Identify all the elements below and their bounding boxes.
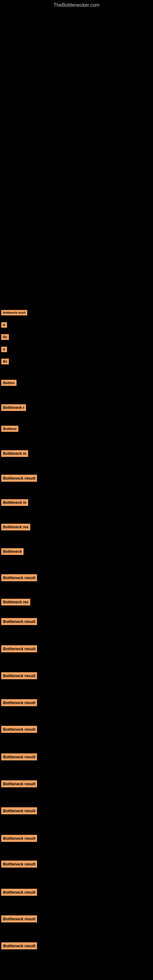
bottleneck-item: Bottleneck result (1, 618, 37, 625)
bottleneck-label: Bottleneck result (1, 645, 37, 652)
bottleneck-item: Bottleneck result (1, 780, 37, 788)
bottleneck-label: Bottleneck result (1, 699, 37, 706)
bottleneck-label: Bottlene (1, 426, 18, 432)
bottleneck-item: B (1, 321, 7, 328)
bottleneck-item: Bottleneck result (1, 574, 37, 581)
bottleneck-item: Bottleneck result (1, 807, 37, 814)
bottleneck-item: Bottleneck result (1, 835, 37, 842)
bottleneck-item: Bottleneck result (1, 645, 37, 652)
bottleneck-label: Bottleneck re (1, 450, 28, 457)
bottleneck-item: Bottleneck result (1, 699, 37, 706)
bottleneck-label: Bottleneck result (1, 672, 37, 679)
bottleneck-label: Bottlen (1, 380, 16, 386)
bottleneck-item: Bottleneck r (1, 404, 26, 411)
bottleneck-label: Bottleneck result (1, 475, 37, 482)
bottleneck-item: Bottleneck re (1, 499, 28, 506)
bottleneck-label: Bottleneck re (1, 499, 28, 506)
bottleneck-label: Bottleneck (1, 548, 24, 555)
bottleneck-item: Bottleneck result (1, 942, 37, 950)
bottleneck-item: Bottleneck (1, 548, 24, 555)
bottleneck-label: Bottleneck result (1, 889, 37, 896)
bottleneck-label: Bottleneck result (1, 726, 37, 733)
bottleneck-label: Bottleneck result (1, 835, 37, 842)
bottleneck-item: Bottleneck result (1, 915, 37, 923)
bottleneck-label: Bottleneck result (1, 310, 27, 315)
bottleneck-label: Bottleneck result (1, 915, 37, 923)
bottleneck-label: Bottleneck result (1, 618, 37, 625)
bottleneck-label: Bottleneck result (1, 574, 37, 581)
bottleneck-label: Bottleneck res (1, 599, 30, 605)
bottleneck-item: Bottleneck result (1, 309, 27, 315)
bottleneck-item: Bottleneck result (1, 889, 37, 896)
bottleneck-item: Bottleneck res (1, 599, 30, 605)
bottleneck-item: Bottlen (1, 380, 16, 386)
bottleneck-item: Bottleneck result (1, 672, 37, 679)
site-title: TheBottlenecker.com (0, 0, 153, 9)
bottleneck-item: Bottleneck re (1, 450, 28, 457)
bottleneck-label: Bottleneck res (1, 524, 30, 530)
bottleneck-label: Bottleneck result (1, 780, 37, 788)
bottleneck-label: B (1, 347, 7, 352)
bottleneck-item: Bottleneck result (1, 726, 37, 733)
bottleneck-label: Bo (1, 334, 9, 340)
bottleneck-label: Bottleneck result (1, 861, 37, 868)
bottleneck-item: Bo (1, 334, 9, 340)
bottleneck-item: B (1, 346, 7, 352)
bottleneck-label: Bottleneck r (1, 404, 26, 411)
bottleneck-item: Bottleneck res (1, 524, 30, 530)
bottleneck-item: Bottlene (1, 426, 18, 432)
bottleneck-label: Bo (1, 359, 9, 364)
bottleneck-label: B (1, 322, 7, 328)
bottleneck-item: Bo (1, 358, 9, 364)
bottleneck-item: Bottleneck result (1, 861, 37, 868)
bottleneck-item: Bottleneck result (1, 753, 37, 760)
bottleneck-label: Bottleneck result (1, 942, 37, 950)
bottleneck-label: Bottleneck result (1, 753, 37, 760)
bottleneck-item: Bottleneck result (1, 475, 37, 482)
bottleneck-label: Bottleneck result (1, 807, 37, 814)
